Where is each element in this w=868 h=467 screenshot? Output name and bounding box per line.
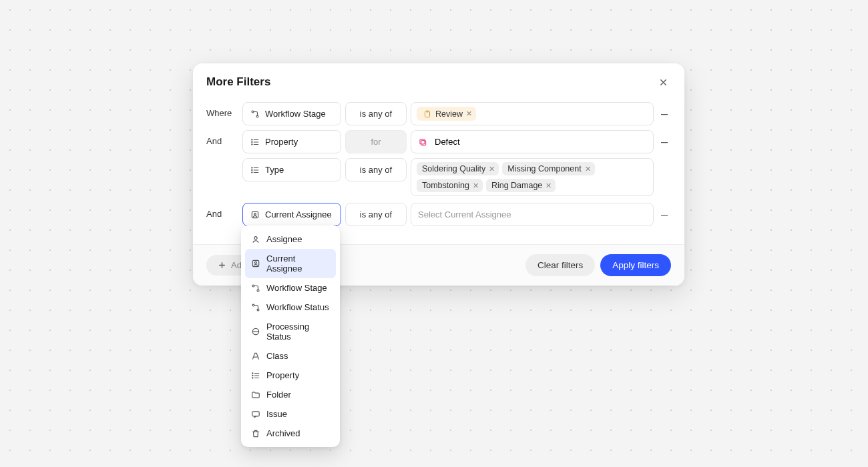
modal-body: Where Workflow Stage is any of Review ✕ …: [193, 95, 684, 244]
dropdown-item-label: Folder: [266, 390, 291, 400]
chip-remove-icon[interactable]: ✕: [489, 165, 495, 173]
svg-point-3: [256, 115, 258, 117]
svg-point-6: [251, 139, 252, 139]
user-badge-icon: [250, 259, 260, 269]
value-box[interactable]: Defect: [411, 130, 654, 153]
svg-point-14: [251, 167, 252, 167]
apply-filters-button[interactable]: Apply filters: [600, 254, 671, 276]
dropdown-item-workflow-stage[interactable]: Workflow Stage: [245, 278, 336, 298]
filter-row: And Current Assignee is any of Select Cu…: [206, 203, 671, 226]
svg-point-2: [252, 111, 254, 113]
close-button[interactable]: [655, 74, 671, 90]
field-dropdown: Assignee Current Assignee Workflow Stage…: [241, 225, 340, 447]
chip[interactable]: Ring Damage✕: [486, 179, 556, 192]
filter-row: Where Workflow Stage is any of Review ✕ …: [206, 102, 671, 125]
dropdown-item-assignee[interactable]: Assignee: [245, 229, 336, 249]
chip[interactable]: Missing Component✕: [502, 162, 594, 175]
workflow-icon: [250, 283, 260, 293]
dropdown-item-label: Class: [266, 351, 288, 361]
chip[interactable]: Soldering Quality✕: [417, 162, 499, 175]
dropdown-item-label: Processing Status: [266, 322, 331, 342]
field-label: Current Assignee: [265, 209, 332, 219]
operator-select[interactable]: is any of: [345, 102, 407, 125]
dropdown-item-class[interactable]: Class: [245, 346, 336, 366]
class-icon: [250, 351, 260, 361]
list-icon: [250, 370, 260, 380]
dropdown-item-label: Current Assignee: [266, 254, 331, 274]
folder-icon: [250, 390, 260, 400]
chip-remove-icon[interactable]: ✕: [585, 165, 591, 173]
processing-icon: [250, 327, 260, 337]
dropdown-item-label: Property: [266, 370, 299, 380]
svg-point-21: [254, 213, 256, 215]
dropdown-item-folder[interactable]: Folder: [245, 385, 336, 404]
dropdown-item-label: Workflow Status: [266, 302, 329, 312]
value-box[interactable]: Select Current Assignee: [411, 203, 654, 226]
chip-label: Missing Component: [507, 164, 581, 173]
row-label: [206, 158, 238, 164]
svg-point-38: [252, 377, 252, 378]
review-stage-icon: [422, 109, 432, 119]
clear-filters-button[interactable]: Clear filters: [525, 254, 595, 276]
dropdown-item-archived[interactable]: Archived: [245, 424, 336, 443]
chip[interactable]: Tombstoning✕: [417, 179, 483, 192]
plus-icon: [217, 260, 227, 270]
dropdown-item-label: Issue: [266, 409, 287, 419]
svg-point-26: [254, 262, 256, 264]
user-badge-icon: [250, 209, 260, 219]
operator-select[interactable]: is any of: [345, 203, 407, 226]
field-select-property[interactable]: Property: [242, 130, 341, 153]
value-box[interactable]: Review ✕: [411, 102, 654, 125]
field-select-workflow-stage[interactable]: Workflow Stage: [242, 102, 341, 125]
list-icon: [250, 137, 260, 147]
trash-icon: [250, 428, 260, 438]
svg-point-24: [254, 236, 256, 239]
dropdown-item-property[interactable]: Property: [245, 366, 336, 385]
row-label: And: [206, 130, 238, 146]
workflow-icon: [250, 302, 260, 312]
chip-label: Ring Damage: [491, 181, 542, 190]
chip-remove-icon[interactable]: ✕: [546, 181, 552, 190]
field-label: Workflow Stage: [265, 109, 326, 119]
field-select-current-assignee[interactable]: Current Assignee: [242, 203, 341, 226]
field-label: Property: [265, 137, 298, 147]
chip-remove-icon[interactable]: ✕: [466, 109, 472, 118]
svg-point-8: [251, 141, 252, 142]
chip-remove-icon[interactable]: ✕: [473, 181, 479, 190]
value-box[interactable]: Soldering Quality✕ Missing Component✕ To…: [411, 158, 654, 196]
operator-select-disabled: for: [345, 130, 407, 153]
dropdown-item-label: Assignee: [266, 234, 302, 244]
workflow-icon: [250, 109, 260, 119]
defect-icon: [418, 137, 427, 147]
dropdown-item-issue[interactable]: Issue: [245, 404, 336, 424]
list-icon: [250, 165, 260, 175]
value-label: Defect: [435, 137, 460, 147]
svg-rect-13: [421, 140, 426, 145]
chip-review[interactable]: Review ✕: [417, 107, 476, 121]
value-placeholder: Select Current Assignee: [418, 209, 511, 219]
remove-row-button[interactable]: –: [658, 130, 671, 153]
svg-point-16: [251, 169, 252, 170]
field-select-type[interactable]: Type: [242, 158, 341, 181]
svg-point-29: [252, 304, 254, 306]
svg-point-10: [251, 143, 252, 144]
filter-row: And Property for Defect –: [206, 130, 671, 153]
footer-actions: Clear filters Apply filters: [525, 254, 671, 276]
dropdown-item-workflow-status[interactable]: Workflow Status: [245, 298, 336, 317]
svg-point-36: [252, 375, 252, 376]
svg-point-27: [252, 285, 254, 287]
dropdown-item-label: Archived: [266, 428, 300, 438]
dropdown-item-processing-status[interactable]: Processing Status: [245, 317, 336, 346]
row-label: Where: [206, 102, 238, 118]
dropdown-item-current-assignee[interactable]: Current Assignee: [245, 249, 336, 278]
svg-rect-12: [420, 139, 425, 143]
svg-rect-40: [252, 411, 259, 416]
remove-row-button[interactable]: –: [658, 203, 671, 226]
remove-row-button[interactable]: –: [658, 102, 671, 125]
chip-label: Tombstoning: [422, 181, 469, 190]
operator-select[interactable]: is any of: [345, 158, 407, 181]
remove-row-spacer: [658, 158, 671, 181]
filter-row: Type is any of Soldering Quality✕ Missin…: [206, 158, 671, 196]
modal-title: More Filters: [206, 75, 270, 89]
chip-label: Review: [435, 109, 463, 119]
